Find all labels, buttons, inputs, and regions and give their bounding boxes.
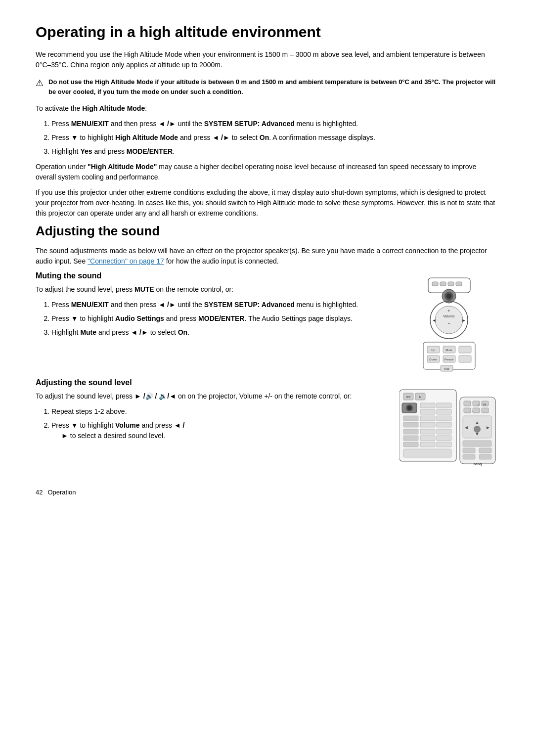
warning-icon: ⚠ <box>36 78 44 89</box>
page-title: Operating in a high altitude environment <box>36 24 498 41</box>
section2-title: Adjusting the sound <box>36 223 498 239</box>
svg-text:Down: Down <box>429 358 437 361</box>
muting-step-3: Highlight Mute and press ◄ /► to select … <box>51 327 390 338</box>
svg-rect-57 <box>464 401 471 406</box>
adjusting-title: Adjusting the sound level <box>36 378 390 387</box>
svg-rect-48 <box>437 429 451 434</box>
warning-text: Do not use the High Altitude Mode if you… <box>48 77 498 96</box>
altitude-step-1: Press MENU/EXIT and then press ◄ /► unti… <box>51 119 498 129</box>
svg-rect-39 <box>437 409 451 414</box>
svg-rect-37 <box>437 403 451 408</box>
altitude-note2: If you use this projector under other ex… <box>36 187 498 219</box>
svg-text:Vol: Vol <box>483 403 487 406</box>
muting-step-1: Press MENU/EXIT and then press ◄ /► unti… <box>51 300 390 310</box>
svg-text:Test: Test <box>444 367 449 370</box>
adjusting-step-2: Press ▼ to highlight Volume and press ◄ … <box>51 420 390 441</box>
svg-rect-43 <box>437 422 451 427</box>
footer-page: 42 <box>36 489 43 496</box>
svg-rect-76 <box>479 454 491 459</box>
svg-text:►: ► <box>486 425 490 430</box>
adjusting-intro: To adjust the sound level, press ► /🔊 / … <box>36 391 390 401</box>
svg-rect-45 <box>403 422 418 427</box>
svg-rect-74 <box>479 448 491 453</box>
adjusting-remote-image: WP M <box>400 378 498 469</box>
svg-rect-1 <box>432 282 438 286</box>
mute-remote-svg: Volume + − ◄ ► Up Mute Down Freeze Test <box>413 275 485 374</box>
altitude-intro: We recommend you use the High Altitude M… <box>36 49 498 70</box>
svg-text:◄: ◄ <box>432 318 436 323</box>
svg-point-7 <box>446 294 451 299</box>
altitude-steps-list: Press MENU/EXIT and then press ◄ /► unti… <box>51 119 498 157</box>
svg-rect-40 <box>420 416 435 421</box>
svg-rect-20 <box>459 346 471 353</box>
svg-rect-54 <box>437 442 451 447</box>
svg-rect-65 <box>482 408 489 413</box>
connection-link[interactable]: "Connection" on page 17 <box>88 257 164 265</box>
svg-text:WP: WP <box>406 396 411 399</box>
svg-rect-50 <box>420 436 435 441</box>
muting-intro: To adjust the sound level, press MUTE on… <box>36 284 390 295</box>
svg-rect-73 <box>463 448 475 453</box>
svg-rect-3 <box>448 282 454 286</box>
svg-rect-25 <box>459 356 471 362</box>
svg-text:+: + <box>478 403 480 406</box>
svg-rect-47 <box>420 429 435 434</box>
svg-rect-63 <box>473 408 480 413</box>
adjusting-section: Adjusting the sound level To adjust the … <box>36 378 498 469</box>
muting-steps-list: Press MENU/EXIT and then press ◄ /► unti… <box>51 300 390 338</box>
svg-rect-44 <box>403 416 418 421</box>
altitude-step-3: Highlight Yes and press MODE/ENTER. <box>51 146 498 157</box>
svg-rect-55 <box>403 449 451 457</box>
svg-text:Freeze: Freeze <box>444 358 453 361</box>
svg-rect-36 <box>420 403 435 408</box>
svg-rect-60 <box>464 408 471 413</box>
svg-text:−: − <box>472 410 474 413</box>
muting-text-col: Muting the sound To adjust the sound lev… <box>36 271 390 343</box>
adjusting-steps-list: Repeat steps 1-2 above. Press ▼ to highl… <box>51 406 390 441</box>
adjusting-text-col: Adjusting the sound level To adjust the … <box>36 378 390 446</box>
svg-text:M: M <box>419 396 422 399</box>
svg-text:Up: Up <box>431 349 435 352</box>
svg-text:Mute: Mute <box>445 349 452 352</box>
svg-text:◄: ◄ <box>464 425 469 430</box>
muting-step-2: Press ▼ to highlight Audio Settings and … <box>51 313 390 324</box>
svg-rect-51 <box>437 436 451 441</box>
warning-box: ⚠ Do not use the High Altitude Mode if y… <box>36 77 498 96</box>
svg-text:benq: benq <box>474 462 482 466</box>
svg-rect-46 <box>403 429 418 434</box>
svg-rect-72 <box>463 441 491 446</box>
svg-rect-53 <box>420 442 435 447</box>
svg-point-35 <box>407 406 411 410</box>
svg-rect-41 <box>437 416 451 421</box>
activate-label: To activate the High Altitude Mode: <box>36 103 498 114</box>
svg-rect-4 <box>456 282 462 286</box>
svg-text:►: ► <box>461 318 466 323</box>
muting-remote-image: Volume + − ◄ ► Up Mute Down Freeze Test <box>400 271 498 374</box>
svg-text:−: − <box>447 321 450 326</box>
svg-rect-2 <box>440 282 446 286</box>
footer-label: Operation <box>47 489 76 496</box>
svg-text:Volume: Volume <box>443 314 454 318</box>
svg-rect-49 <box>403 436 418 441</box>
svg-text:▲: ▲ <box>475 420 480 425</box>
svg-rect-42 <box>420 422 435 427</box>
muting-title: Muting the sound <box>36 271 390 280</box>
footer: 42 Operation <box>36 489 498 496</box>
svg-rect-52 <box>403 442 418 447</box>
svg-text:+: + <box>447 309 450 313</box>
svg-rect-75 <box>463 454 475 459</box>
vol-remote-svg: WP M <box>400 382 498 469</box>
svg-rect-38 <box>420 409 435 414</box>
adjusting-step-1: Repeat steps 1-2 above. <box>51 406 390 417</box>
altitude-step-2: Press ▼ to highlight High Altitude Mode … <box>51 133 498 143</box>
svg-point-71 <box>474 426 481 433</box>
muting-section: Muting the sound To adjust the sound lev… <box>36 271 498 374</box>
section2-intro: The sound adjustments made as below will… <box>36 246 498 267</box>
altitude-note1: Operation under "High Altitude Mode" may… <box>36 162 498 182</box>
